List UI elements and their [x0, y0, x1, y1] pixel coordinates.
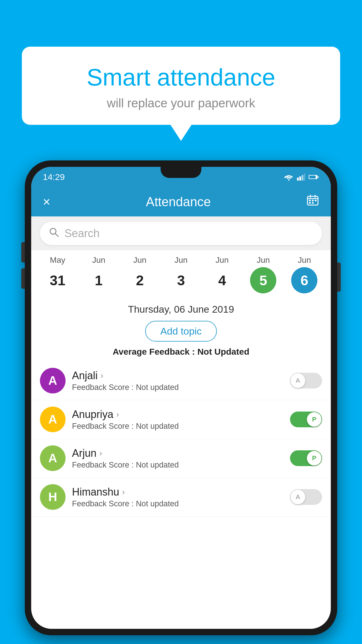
month-3: Jun	[160, 256, 201, 265]
toggle-anjali[interactable]: A	[290, 373, 322, 388]
student-feedback-arjun: Feedback Score : Not updated	[72, 461, 284, 470]
cal-date-1[interactable]: 1	[86, 267, 112, 293]
cal-date-6[interactable]: 6	[291, 267, 317, 293]
cal-date-3[interactable]: 3	[168, 267, 194, 293]
toggle-knob-anupriya: P	[307, 412, 321, 427]
status-time: 14:29	[43, 172, 65, 182]
speech-bubble-subtitle: will replace your paperwork	[36, 96, 326, 110]
app-bar: × Attendance	[31, 187, 331, 216]
student-info-arjun: Arjun › Feedback Score : Not updated	[72, 447, 284, 470]
close-button[interactable]: ×	[43, 195, 50, 209]
chevron-right-icon: ›	[99, 449, 102, 458]
student-feedback-himanshu: Feedback Score : Not updated	[72, 499, 284, 508]
month-2: Jun	[119, 256, 160, 265]
attendance-toggle-anupriya[interactable]: P	[290, 412, 322, 427]
search-placeholder: Search	[64, 227, 99, 240]
student-list: A Anjali › Feedback Score : Not updated …	[31, 361, 331, 517]
month-6: Jun	[284, 256, 325, 265]
student-name-arjun: Arjun ›	[72, 447, 284, 459]
student-info-himanshu: Himanshu › Feedback Score : Not updated	[72, 486, 284, 508]
app-bar-title: Attendance	[146, 195, 211, 209]
student-feedback-anupriya: Feedback Score : Not updated	[72, 422, 284, 431]
attendance-toggle-arjun[interactable]: P	[290, 450, 322, 466]
svg-rect-15	[309, 202, 311, 204]
cal-date-2[interactable]: 2	[127, 267, 153, 293]
student-info-anjali: Anjali › Feedback Score : Not updated	[72, 370, 284, 392]
student-name-himanshu: Himanshu ›	[72, 486, 284, 498]
student-feedback-anjali: Feedback Score : Not updated	[72, 383, 284, 392]
avatar-arjun: A	[40, 445, 66, 471]
avg-feedback-label: Average Feedback :	[113, 347, 197, 356]
battery-icon	[309, 174, 319, 180]
student-item-anjali[interactable]: A Anjali › Feedback Score : Not updated …	[31, 361, 331, 400]
average-feedback: Average Feedback : Not Updated	[31, 347, 331, 361]
avatar-anjali: A	[40, 368, 66, 393]
svg-rect-6	[309, 176, 316, 178]
search-icon	[49, 227, 59, 240]
svg-rect-16	[312, 202, 314, 204]
student-name-anjali: Anjali ›	[72, 370, 284, 382]
month-4: Jun	[202, 256, 243, 265]
speech-bubble-title: Smart attendance	[36, 64, 326, 90]
calendar-button[interactable]	[306, 194, 319, 210]
phone-screen: 14:29	[31, 167, 331, 629]
month-0: May	[37, 256, 78, 265]
svg-rect-14	[315, 200, 317, 201]
cal-date-4[interactable]: 4	[209, 267, 235, 293]
svg-rect-7	[317, 176, 319, 178]
svg-rect-1	[297, 178, 299, 181]
student-name-anupriya: Anupriya ›	[72, 408, 284, 421]
toggle-anupriya[interactable]: P	[290, 412, 322, 427]
attendance-toggle-anjali[interactable]: A	[290, 373, 322, 388]
cal-date-31[interactable]: 31	[45, 267, 71, 293]
calendar-months: May Jun Jun Jun Jun Jun Jun	[37, 253, 325, 265]
svg-rect-12	[309, 200, 311, 201]
search-bar-container: Search	[31, 216, 331, 250]
search-bar[interactable]: Search	[40, 222, 322, 245]
chevron-right-icon: ›	[122, 487, 125, 497]
attendance-toggle-himanshu[interactable]: A	[290, 489, 322, 505]
toggle-knob-himanshu: A	[291, 490, 305, 504]
month-5: Jun	[243, 256, 284, 265]
calendar-dates: 31 1 2 3 4 5 6	[37, 265, 325, 297]
volume-up-button	[21, 242, 25, 262]
svg-rect-13	[312, 200, 314, 201]
add-topic-button[interactable]: Add topic	[145, 321, 217, 342]
avatar-anupriya: A	[40, 407, 66, 432]
phone-notch	[161, 167, 201, 178]
toggle-himanshu[interactable]: A	[290, 489, 322, 505]
wifi-icon	[284, 174, 294, 181]
phone: 14:29	[25, 160, 337, 635]
speech-bubble: Smart attendance will replace your paper…	[22, 47, 340, 125]
status-icons	[284, 174, 319, 181]
volume-down-button	[21, 268, 25, 289]
student-item-arjun[interactable]: A Arjun › Feedback Score : Not updated P	[31, 439, 331, 478]
toggle-knob-anjali: A	[291, 373, 305, 388]
student-item-himanshu[interactable]: H Himanshu › Feedback Score : Not update…	[31, 478, 331, 517]
month-1: Jun	[78, 256, 119, 265]
svg-point-0	[288, 179, 290, 181]
svg-rect-2	[299, 176, 301, 181]
chevron-right-icon: ›	[116, 410, 119, 419]
power-button	[337, 262, 341, 292]
cal-date-5[interactable]: 5	[250, 267, 276, 293]
signal-icon	[297, 174, 305, 181]
svg-rect-3	[302, 175, 303, 181]
svg-line-18	[55, 234, 58, 237]
svg-rect-4	[304, 174, 305, 181]
calendar-strip: May Jun Jun Jun Jun Jun Jun 31 1 2 3 4 5…	[31, 250, 331, 298]
avatar-himanshu: H	[40, 484, 66, 510]
toggle-arjun[interactable]: P	[290, 450, 322, 466]
selected-date-header: Thursday, 06 June 2019	[31, 298, 331, 318]
chevron-right-icon: ›	[101, 371, 103, 380]
avg-feedback-value: Not Updated	[197, 347, 249, 356]
toggle-knob-arjun: P	[307, 451, 321, 466]
student-info-anupriya: Anupriya › Feedback Score : Not updated	[72, 408, 284, 431]
student-item-anupriya[interactable]: A Anupriya › Feedback Score : Not update…	[31, 400, 331, 439]
